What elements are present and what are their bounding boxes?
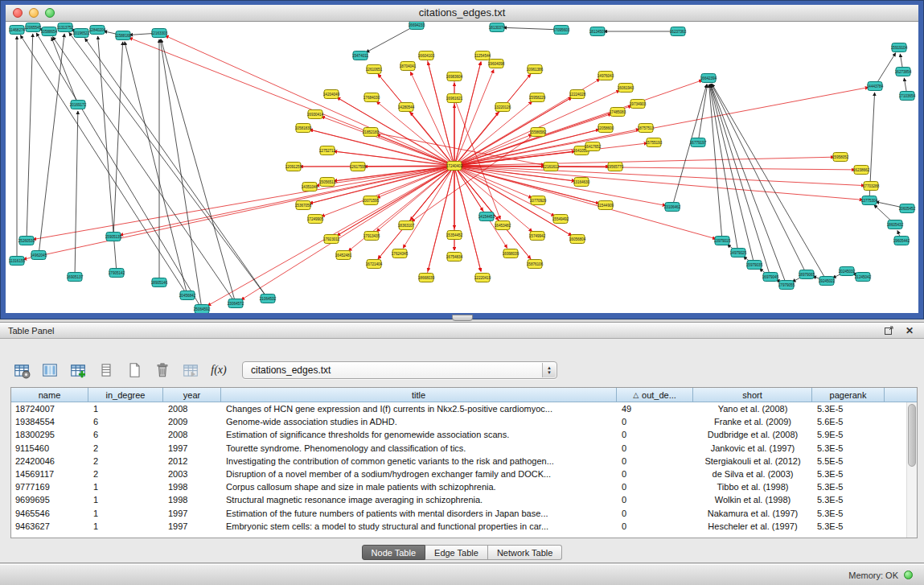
table-vertical-scrollbar[interactable] bbox=[906, 402, 917, 538]
graph-node[interactable]: 16061943 bbox=[618, 84, 634, 93]
graph-node[interactable]: 18134509 bbox=[589, 27, 606, 36]
graph-node[interactable]: 17913435 bbox=[363, 232, 380, 241]
graph-node[interactable]: 16453482 bbox=[495, 221, 511, 230]
graph-node[interactable]: 14443784 bbox=[867, 82, 884, 91]
graph-node[interactable]: 18979065 bbox=[799, 270, 815, 279]
column-header-in_degree[interactable]: in_degree bbox=[88, 388, 163, 402]
graph-node[interactable]: 21245042 bbox=[855, 273, 872, 282]
graph-node[interactable]: 17703288 bbox=[863, 182, 880, 191]
graph-node[interactable]: 17905142 bbox=[109, 269, 125, 278]
column-header-pagerank[interactable]: pagerank bbox=[812, 388, 885, 402]
graph-node[interactable]: 13220126 bbox=[495, 103, 511, 112]
graph-node[interactable]: 10961386 bbox=[527, 65, 544, 74]
splitter-handle[interactable] bbox=[452, 315, 473, 321]
column-header-title[interactable]: title bbox=[221, 388, 617, 402]
graph-node[interactable]: 16721404 bbox=[366, 260, 383, 269]
graph-node[interactable]: 12163303 bbox=[151, 29, 168, 38]
function-builder-icon[interactable]: f(x) bbox=[208, 360, 229, 381]
graph-node[interactable]: 11544909 bbox=[598, 201, 614, 210]
graph-node[interactable]: 14979025 bbox=[730, 249, 747, 257]
graph-node[interactable]: 17485083 bbox=[610, 108, 626, 117]
graph-node[interactable]: 12058600 bbox=[598, 124, 614, 133]
graph-node[interactable]: 19604098 bbox=[488, 60, 505, 68]
tab-edge-table[interactable]: Edge Table bbox=[425, 545, 488, 560]
graph-node[interactable]: 20071595 bbox=[363, 196, 380, 205]
graph-node[interactable]: 15474011 bbox=[352, 51, 369, 60]
table-row[interactable]: 2242004622012Investigating the contribut… bbox=[11, 455, 906, 468]
column-header-name[interactable]: name bbox=[11, 388, 88, 402]
graph-node[interactable]: 15958229 bbox=[529, 93, 546, 102]
column-header-year[interactable]: year bbox=[163, 388, 221, 402]
table-row[interactable]: 977716911998Corpus callosum shape and si… bbox=[11, 480, 906, 493]
graph-node[interactable]: 16779197 bbox=[690, 138, 707, 147]
graph-node[interactable]: 15367058 bbox=[295, 201, 312, 210]
graph-node[interactable]: 16694233 bbox=[409, 22, 425, 30]
graph-node[interactable]: 16930414 bbox=[307, 110, 324, 119]
column-header-short[interactable]: short bbox=[693, 388, 812, 402]
graph-node[interactable]: 13164630 bbox=[573, 178, 590, 187]
zoom-window-button[interactable] bbox=[45, 8, 55, 18]
graph-node[interactable]: 21852183 bbox=[363, 128, 380, 137]
graph-node[interactable]: 15749942 bbox=[529, 232, 546, 241]
graph-node[interactable]: 16238662 bbox=[853, 166, 870, 175]
table-row[interactable]: 946554611997Estimation of the future num… bbox=[11, 507, 906, 520]
float-panel-icon[interactable] bbox=[882, 324, 895, 337]
table-row[interactable]: 946362711997Embryonic stem cells: a mode… bbox=[11, 520, 906, 533]
graph-node[interactable]: 20456842 bbox=[179, 291, 196, 300]
new-table-icon[interactable] bbox=[124, 360, 145, 381]
graph-node[interactable]: 21064532 bbox=[260, 295, 277, 303]
scrollbar-thumb[interactable] bbox=[908, 404, 916, 467]
graph-node[interactable]: 15905135 bbox=[105, 233, 122, 241]
graph-node[interactable]: 15979035 bbox=[746, 261, 763, 270]
graph-node[interactable]: 11313752 bbox=[57, 23, 74, 32]
add-column-icon[interactable] bbox=[68, 360, 88, 381]
graph-node[interactable]: 16979045 bbox=[762, 273, 779, 282]
graph-node[interactable]: 25260530 bbox=[18, 237, 35, 245]
graph-node[interactable]: 16983604 bbox=[446, 72, 463, 81]
graph-node[interactable]: 17624345 bbox=[392, 249, 409, 258]
graph-node[interactable]: 10770929 bbox=[530, 196, 547, 205]
graph-node[interactable]: 15586582 bbox=[530, 128, 547, 137]
graph-node[interactable]: 17923011 bbox=[323, 235, 340, 244]
graph-node[interactable]: 18363107 bbox=[398, 221, 415, 230]
graph-node[interactable]: 19605442 bbox=[893, 237, 910, 245]
graph-node[interactable]: 25064592 bbox=[194, 305, 211, 314]
graph-node[interactable]: 10196522 bbox=[73, 29, 90, 38]
row-height-icon[interactable] bbox=[96, 360, 117, 381]
graph-node[interactable]: 14962045 bbox=[31, 251, 47, 260]
graph-node[interactable]: 16754834 bbox=[446, 253, 463, 262]
graph-node[interactable]: 11316155 bbox=[9, 257, 26, 266]
graph-node[interactable]: 12161612 bbox=[543, 163, 560, 171]
graph-node[interactable]: 14154453 bbox=[478, 212, 495, 221]
graph-node[interactable]: 15549492 bbox=[552, 215, 569, 224]
graph-node[interactable]: 16905137 bbox=[67, 273, 84, 282]
minimize-window-button[interactable] bbox=[29, 8, 39, 18]
graph-node[interactable]: 12220419 bbox=[474, 274, 491, 282]
graph-node[interactable]: 17240402 bbox=[446, 162, 463, 171]
graph-node[interactable]: 15755193 bbox=[646, 138, 663, 147]
table-row[interactable]: 1938455462009Genome-wide association stu… bbox=[11, 415, 906, 428]
tab-node-table[interactable]: Node Table bbox=[362, 545, 425, 560]
graph-node[interactable]: 14280544 bbox=[398, 103, 415, 112]
graph-node[interactable]: 16273854 bbox=[895, 68, 912, 76]
table-mode-icon[interactable] bbox=[11, 360, 32, 381]
graph-node[interactable]: 18905146 bbox=[151, 278, 168, 287]
graph-node[interactable]: 23064572 bbox=[228, 299, 244, 308]
graph-node[interactable]: 19734903 bbox=[630, 100, 647, 109]
import-table-icon[interactable] bbox=[180, 360, 201, 381]
graph-node[interactable]: 10581839 bbox=[295, 124, 312, 133]
delete-table-icon[interactable] bbox=[152, 360, 173, 381]
close-window-button[interactable] bbox=[13, 8, 23, 18]
graph-node[interactable]: 16642394 bbox=[700, 74, 717, 83]
graph-node[interactable]: 11254544 bbox=[474, 51, 491, 60]
graph-node[interactable]: 17249905 bbox=[307, 215, 324, 224]
graph-node[interactable]: 19245022 bbox=[819, 277, 836, 286]
tab-network-table[interactable]: Network Table bbox=[488, 545, 563, 560]
graph-node[interactable]: 16417652 bbox=[585, 142, 602, 151]
graph-node[interactable]: 17979055 bbox=[778, 281, 795, 290]
graph-node[interactable]: 11588168 bbox=[115, 31, 132, 40]
graph-node[interactable]: 18757513 bbox=[638, 124, 655, 133]
graph-node[interactable]: 13979015 bbox=[714, 237, 731, 245]
network-canvas[interactable]: 1724040219565770120586001222402810961386… bbox=[6, 22, 918, 313]
graph-node[interactable]: 16604103 bbox=[418, 51, 435, 60]
